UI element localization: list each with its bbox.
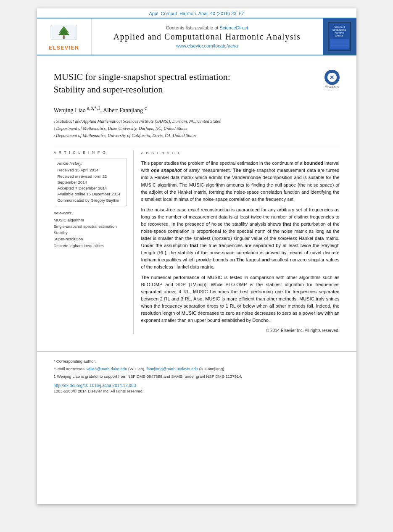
footnote-corresponding: * Corresponding author. <box>54 358 340 364</box>
top-journal-link[interactable]: Appl. Comput. Harmon. Anal. 40 (2016) 33… <box>37 8 356 18</box>
history-revised: Received in revised form 22September 201… <box>58 174 123 186</box>
keyword-4: Super-resolution <box>54 236 127 242</box>
elsevier-wordmark: ELSEVIER <box>49 45 79 51</box>
title-section: ✕ CrossMark MUSIC for single-snapshot sp… <box>54 68 340 102</box>
cover-inner: Applied and Computational Harmonic Analy… <box>325 18 354 55</box>
article-body: A R T I C L E I N F O Article history: R… <box>54 150 340 334</box>
main-content: ✕ CrossMark MUSIC for single-snapshot sp… <box>37 55 356 342</box>
email-1-link[interactable]: wjliao@math.duke.edu <box>87 366 127 371</box>
history-accepted: Accepted 7 December 2014 <box>58 185 123 191</box>
abstract-label: A B S T R A C T <box>141 150 340 156</box>
svg-text:Applied and: Applied and <box>334 26 345 28</box>
svg-rect-1 <box>63 34 64 38</box>
history-received: Received 15 April 2014 <box>58 167 123 173</box>
abstract-paragraph-3: The numerical performance of MUSIC is te… <box>141 274 340 324</box>
keyword-3: Stability <box>54 229 127 236</box>
abstract-column: A B S T R A C T This paper studies the p… <box>134 150 340 334</box>
paper-title: MUSIC for single-snapshot spectral estim… <box>54 71 340 95</box>
journal-info-center: Contents lists available at ScienceDirec… <box>92 18 323 55</box>
journal-header: ELSEVIER Contents lists available at Sci… <box>37 18 356 55</box>
email-2-link[interactable]: fannjiang@math.ucdavis.edu <box>146 366 198 371</box>
crossmark-badge[interactable]: ✕ CrossMark <box>324 70 340 89</box>
abstract-paragraph-2: In the noise-free case exact reconstruct… <box>141 206 340 271</box>
affiliations-list: a Statistical and Applied Mathematical S… <box>54 118 340 139</box>
sciencedirect-link[interactable]: ScienceDirect <box>219 25 248 30</box>
authors-line: Wenjing Liao a,b,*,1, Albert Fannjiang c <box>54 105 340 114</box>
section-divider <box>54 146 340 146</box>
doi-link[interactable]: http://dx.doi.org/10.1016/j.acha.2014.12… <box>54 383 340 388</box>
keyword-1: MUSIC algorithm <box>54 217 127 223</box>
journal-cover-thumbnail: Applied and Computational Harmonic Analy… <box>323 18 356 55</box>
svg-text:Harmonic: Harmonic <box>335 32 344 34</box>
affil-a: a Statistical and Applied Mathematical S… <box>54 118 340 125</box>
copyright: © 2014 Elsevier Inc. All rights reserved… <box>141 327 340 334</box>
history-title: Article history: <box>58 161 123 166</box>
journal-url[interactable]: www.elsevier.com/locate/acha <box>176 43 238 48</box>
svg-rect-11 <box>330 39 349 49</box>
elsevier-tree-icon <box>49 23 79 44</box>
abstract-text: This paper studies the problem of line s… <box>141 160 340 324</box>
issn-line: 1063-5203/© 2014 Elsevier Inc. All right… <box>54 389 340 393</box>
article-info-label: A R T I C L E I N F O <box>54 150 127 155</box>
affil-super-a: a,b,*,1 <box>87 105 100 111</box>
affil-b: b Department of Mathematics, Duke Univer… <box>54 125 340 132</box>
article-info-column: A R T I C L E I N F O Article history: R… <box>54 150 134 334</box>
page: Appl. Comput. Harmon. Anal. 40 (2016) 33… <box>37 8 356 504</box>
keyword-5: Discrete Ingham inequalities <box>54 242 127 249</box>
affil-super-c: c <box>145 105 147 111</box>
cover-icon: Applied and Computational Harmonic Analy… <box>328 22 351 51</box>
history-available: Available online 15 December 2014 <box>58 191 123 197</box>
history-communicated: Communicated by Gregory Baylkin <box>58 198 123 203</box>
svg-text:Analysis: Analysis <box>335 34 343 37</box>
abstract-paragraph-1: This paper studies the problem of line s… <box>141 160 340 203</box>
elsevier-logo-section: ELSEVIER <box>37 18 92 55</box>
keywords-title: Keywords: <box>54 211 127 215</box>
svg-text:Computational: Computational <box>332 29 346 31</box>
journal-citation: Appl. Comput. Harmon. Anal. 40 (2016) 33… <box>149 11 244 16</box>
footer: * Corresponding author. E-mail addresses… <box>37 351 356 398</box>
journal-title: Applied and Computational Harmonic Analy… <box>113 32 301 42</box>
footnote-emails: E-mail addresses: wjliao@math.duke.edu (… <box>54 366 340 372</box>
article-history-box: Article history: Received 15 April 2014 … <box>54 158 127 206</box>
keywords-section: Keywords: MUSIC algorithm Single-snapsho… <box>54 211 127 249</box>
keyword-2: Single-snapshot spectral estimation <box>54 223 127 229</box>
contents-label: Contents lists available at ScienceDirec… <box>166 25 248 30</box>
footnote-1: 1 Wenjing Liao is grateful to support fr… <box>54 374 340 379</box>
affil-c: c Department of Mathematics, University … <box>54 132 340 140</box>
